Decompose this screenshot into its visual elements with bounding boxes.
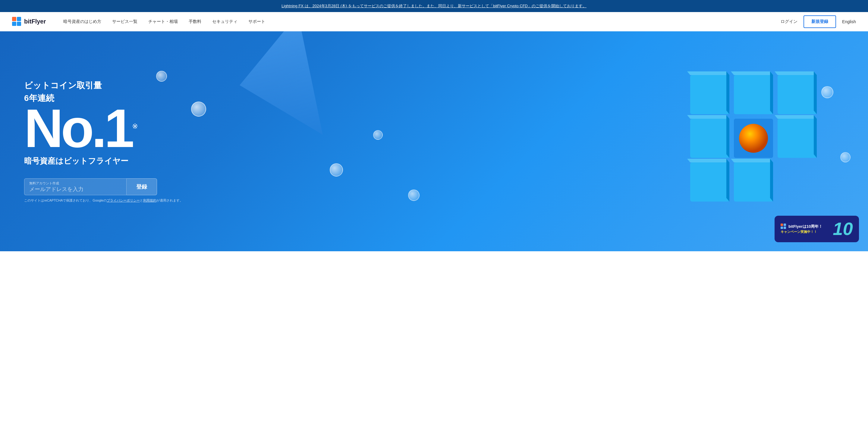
coin-4 <box>408 190 420 201</box>
submit-register-button[interactable]: 登録 <box>127 178 157 195</box>
svg-marker-23 <box>726 159 730 202</box>
svg-rect-18 <box>778 119 817 158</box>
svg-rect-1 <box>17 17 21 21</box>
svg-rect-24 <box>734 162 773 202</box>
email-input-wrapper: 無料アカウント作成 <box>24 178 127 195</box>
login-button[interactable]: ログイン <box>781 19 798 24</box>
nav-fees[interactable]: 手数料 <box>183 12 207 31</box>
hero-number: No.1※ <box>24 104 183 153</box>
svg-marker-5 <box>687 71 730 75</box>
svg-rect-27 <box>781 224 783 226</box>
3d-blocks-svg <box>681 57 850 226</box>
language-button[interactable]: English <box>842 19 856 24</box>
svg-rect-29 <box>781 227 783 229</box>
logo[interactable]: bitFlyer <box>12 17 46 27</box>
header: bitFlyer 暗号資産のはじめ方 サービス一覧 チャート・相場 手数料 セキ… <box>0 12 868 31</box>
nav-security[interactable]: セキュリティ <box>207 12 243 31</box>
anniversary-campaign: キャンペーン実施中！！ <box>781 230 829 234</box>
reg-note: このサイトはreCAPTCHAで保護されており、Googleのプライバシーポリシ… <box>24 198 183 203</box>
svg-marker-26 <box>770 159 773 202</box>
main-nav: 暗号資産のはじめ方 サービス一覧 チャート・相場 手数料 セキュリティ サポート <box>58 12 781 31</box>
registration-form: 無料アカウント作成 登録 <box>24 178 183 195</box>
hero-content: ビットコイン取引量 6年連続 No.1※ 暗号資産はビットフライヤー 無料アカウ… <box>24 80 183 203</box>
svg-marker-6 <box>726 71 730 114</box>
svg-marker-14 <box>687 115 730 119</box>
anniversary-logo: bitFlyerは10周年！ <box>781 224 829 230</box>
privacy-link[interactable]: プライバシーポリシー <box>107 199 140 202</box>
anniversary-logo-text: bitFlyerは10周年！ <box>788 224 823 229</box>
svg-marker-25 <box>731 159 773 162</box>
svg-rect-2 <box>12 22 16 26</box>
coin-1 <box>191 101 206 117</box>
anniversary-number: 10 <box>833 220 853 238</box>
nav-charts[interactable]: チャート・相場 <box>143 12 183 31</box>
svg-marker-15 <box>726 115 730 158</box>
svg-marker-20 <box>814 115 817 158</box>
svg-point-17 <box>739 124 768 153</box>
register-button[interactable]: 新規登録 <box>804 15 836 28</box>
triangle-shape <box>234 31 343 135</box>
anniversary-info: bitFlyerは10周年！ キャンペーン実施中！！ <box>781 224 829 234</box>
svg-marker-9 <box>770 71 773 114</box>
email-input-label: 無料アカウント作成 <box>29 181 121 186</box>
header-right: ログイン 新規登録 English <box>781 15 856 28</box>
svg-rect-7 <box>734 75 773 114</box>
svg-rect-21 <box>690 162 730 202</box>
svg-marker-11 <box>775 71 817 75</box>
svg-rect-3 <box>17 22 21 26</box>
coin-7 <box>840 152 850 162</box>
svg-marker-19 <box>775 115 817 119</box>
terms-link[interactable]: 利用規約 <box>143 199 156 202</box>
coin-6 <box>821 86 833 98</box>
email-input[interactable] <box>29 186 121 193</box>
logo-icon <box>12 17 22 27</box>
svg-rect-16 <box>734 119 773 158</box>
hero-tagline: 暗号資産はビットフライヤー <box>24 156 183 166</box>
anniversary-badge[interactable]: bitFlyerは10周年！ キャンペーン実施中！！ 10 <box>775 216 859 242</box>
logo-text: bitFlyer <box>24 18 46 25</box>
svg-rect-30 <box>784 227 786 229</box>
svg-marker-22 <box>687 159 730 162</box>
svg-rect-28 <box>784 224 786 226</box>
svg-rect-10 <box>778 75 817 114</box>
svg-marker-12 <box>814 71 817 114</box>
svg-rect-13 <box>690 119 730 158</box>
svg-rect-4 <box>690 75 730 114</box>
nav-services[interactable]: サービス一覧 <box>107 12 143 31</box>
nav-crypto-start[interactable]: 暗号資産のはじめ方 <box>58 12 107 31</box>
nav-support[interactable]: サポート <box>243 12 271 31</box>
hero-section: ビットコイン取引量 6年連続 No.1※ 暗号資産はビットフライヤー 無料アカウ… <box>0 31 868 251</box>
coin-5 <box>373 130 383 140</box>
announcement-bar: Lightning FX は、2024年3月28日 (木) をもってサービスのご… <box>0 0 868 12</box>
hero-subtitle: ビットコイン取引量 <box>24 80 183 91</box>
anniversary-logo-icon <box>781 224 786 230</box>
coin-3 <box>330 163 343 176</box>
svg-marker-8 <box>731 71 773 75</box>
announcement-link[interactable]: Lightning FX は、2024年3月28日 (木) をもってサービスのご… <box>281 4 587 8</box>
svg-rect-0 <box>12 17 16 21</box>
